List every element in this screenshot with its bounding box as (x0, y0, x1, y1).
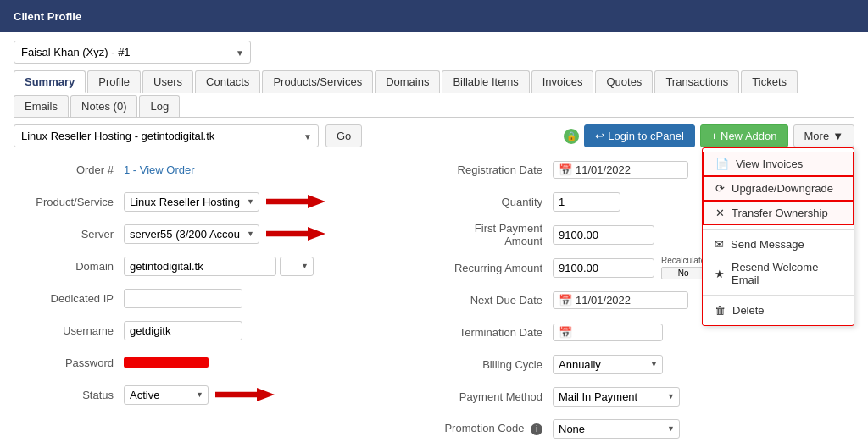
order-row: Order # 1 - View Order (14, 158, 426, 181)
payment-method-row: Payment Method Mail In Payment (442, 384, 854, 408)
product-service-value: Linux Reseller Hosting (124, 192, 426, 212)
domain-row: Domain (14, 254, 426, 278)
product-select[interactable]: Linux Reseller Hosting - getintodigital.… (14, 124, 319, 147)
dropdown-divider-1 (703, 229, 854, 230)
server-select[interactable]: server55 (3/200 Accou (124, 224, 259, 244)
order-value: 1 - View Order (124, 163, 426, 176)
calendar-icon-due: 📅 (559, 294, 572, 307)
dropdown-item-transfer[interactable]: ✕ Transfer Ownership (703, 201, 854, 225)
server-select-wrapper: server55 (3/200 Accou (124, 224, 259, 244)
recalc-no-button[interactable]: No (661, 267, 705, 279)
server-label: Server (14, 228, 124, 241)
billing-cycle-select-wrapper: Annually (553, 355, 663, 374)
status-label: Status (14, 389, 124, 401)
domain-value-wrapper (124, 257, 426, 276)
dropdown-item-resend-welcome[interactable]: ★ Resend Welcome Email (703, 256, 854, 291)
status-select-wrapper: Active (124, 385, 209, 405)
next-due-label: Next Due Date (442, 294, 553, 307)
recurring-input[interactable] (553, 258, 654, 278)
toolbar-right: 🔒 ↩ Login to cPanel + New Addon More ▼ 📄… (564, 124, 854, 147)
go-button[interactable]: Go (326, 124, 362, 147)
product-service-row: Product/Service Linux Reseller Hosting (14, 190, 426, 213)
tab-profile[interactable]: Profile (87, 70, 141, 93)
upgrade-icon: ⟳ (715, 182, 725, 195)
server-value: server55 (3/200 Accou (124, 224, 426, 244)
first-payment-input[interactable] (553, 225, 654, 245)
login-cpanel-button[interactable]: ↩ Login to cPanel (584, 124, 695, 147)
chevron-down-icon: ▼ (832, 130, 843, 142)
dropdown-item-upgrade[interactable]: ⟳ Upgrade/Downgrade (703, 176, 854, 201)
tab-users[interactable]: Users (142, 70, 193, 93)
tab-products[interactable]: Products/Services (262, 70, 373, 93)
recurring-wrapper: Recalculate No (553, 256, 705, 279)
username-label: Username (14, 324, 124, 337)
more-dropdown-container: More ▼ 📄 View Invoices ⟳ Upgrade/Downgra… (793, 124, 855, 147)
status-row: Status Active (14, 383, 426, 407)
tab-emails[interactable]: Emails (14, 95, 69, 117)
more-button[interactable]: More ▼ (793, 124, 855, 147)
ssl-lock-icon: 🔒 (564, 129, 579, 144)
next-due-date-input[interactable]: 📅 11/01/2022 (553, 291, 688, 309)
next-due-date-value: 11/01/2022 (576, 294, 631, 307)
trash-icon: 🗑 (715, 304, 726, 317)
server-row: Server server55 (3/200 Accou (14, 222, 426, 246)
mail-icon: ✉ (715, 238, 724, 251)
dropdown-item-view-invoices[interactable]: 📄 View Invoices (703, 152, 854, 176)
termination-date-input[interactable]: 📅 (553, 324, 663, 341)
tab-notes[interactable]: Notes (0) (70, 95, 137, 117)
product-service-select-wrapper: Linux Reseller Hosting (124, 192, 259, 212)
product-select-wrapper: Linux Reseller Hosting - getintodigital.… (14, 124, 319, 147)
tab-contacts[interactable]: Contacts (195, 70, 260, 93)
billing-cycle-label: Billing Cycle (442, 358, 553, 371)
calendar-icon-reg: 📅 (559, 163, 572, 176)
tabs-bar: Summary Profile Users Contacts Products/… (14, 70, 854, 118)
dropdown-item-send-message[interactable]: ✉ Send Message (703, 233, 854, 256)
info-icon-promo: i (531, 423, 542, 435)
registration-date-label: Registration Date (442, 163, 553, 176)
tab-summary[interactable]: Summary (14, 70, 86, 93)
promo-code-row: Promotion Code i None (442, 417, 854, 440)
product-service-select[interactable]: Linux Reseller Hosting (124, 192, 259, 212)
status-value-wrapper: Active (124, 385, 426, 405)
termination-date-label: Termination Date (442, 326, 553, 339)
calendar-icon-term: 📅 (559, 326, 572, 339)
tab-invoices[interactable]: Invoices (531, 70, 594, 93)
form-left: Order # 1 - View Order Product/Service L… (14, 158, 426, 448)
promo-code-select[interactable]: None (553, 419, 680, 439)
red-arrow-server (266, 227, 326, 241)
tab-log[interactable]: Log (139, 95, 180, 117)
domain-input[interactable] (124, 257, 276, 276)
password-field-wrapper (124, 357, 426, 368)
status-select[interactable]: Active (124, 385, 209, 405)
recurring-label: Recurring Amount (442, 262, 553, 274)
star-icon: ★ (715, 268, 725, 280)
tab-transactions[interactable]: Transactions (654, 70, 739, 93)
payment-method-select[interactable]: Mail In Payment (553, 387, 680, 407)
new-addon-button[interactable]: + New Addon (700, 124, 788, 147)
dedicated-ip-input[interactable] (124, 289, 242, 308)
tab-domains[interactable]: Domains (375, 70, 440, 93)
product-service-label: Product/Service (14, 196, 124, 208)
tab-billable[interactable]: Billable Items (442, 70, 529, 93)
first-payment-label: First Payment Amount (442, 222, 553, 247)
more-dropdown-menu: 📄 View Invoices ⟳ Upgrade/Downgrade ✕ Tr… (702, 147, 854, 326)
registration-date-input[interactable]: 📅 11/01/2022 (553, 161, 688, 179)
domain-select[interactable] (280, 257, 314, 276)
tab-tickets[interactable]: Tickets (741, 70, 798, 93)
dedicated-ip-label: Dedicated IP (14, 292, 124, 305)
red-arrow-product (266, 195, 326, 208)
billing-cycle-select[interactable]: Annually (553, 355, 663, 374)
payment-method-label: Payment Method (442, 390, 553, 403)
file-icon: 📄 (715, 158, 729, 170)
quantity-input[interactable] (553, 192, 620, 212)
client-selector[interactable]: Faisal Khan (Xyz) - #1 (14, 41, 251, 64)
login-icon: ↩ (595, 130, 604, 142)
username-input[interactable] (124, 321, 242, 340)
content-area: Faisal Khan (Xyz) - #1 Summary Profile U… (0, 32, 868, 448)
page-header: Client Profile (0, 0, 868, 32)
dropdown-item-delete[interactable]: 🗑 Delete (703, 299, 854, 322)
order-link[interactable]: 1 - View Order (124, 163, 195, 176)
dropdown-divider-2 (703, 295, 854, 296)
billing-cycle-row: Billing Cycle Annually (442, 352, 854, 376)
tab-quotes[interactable]: Quotes (595, 70, 653, 93)
